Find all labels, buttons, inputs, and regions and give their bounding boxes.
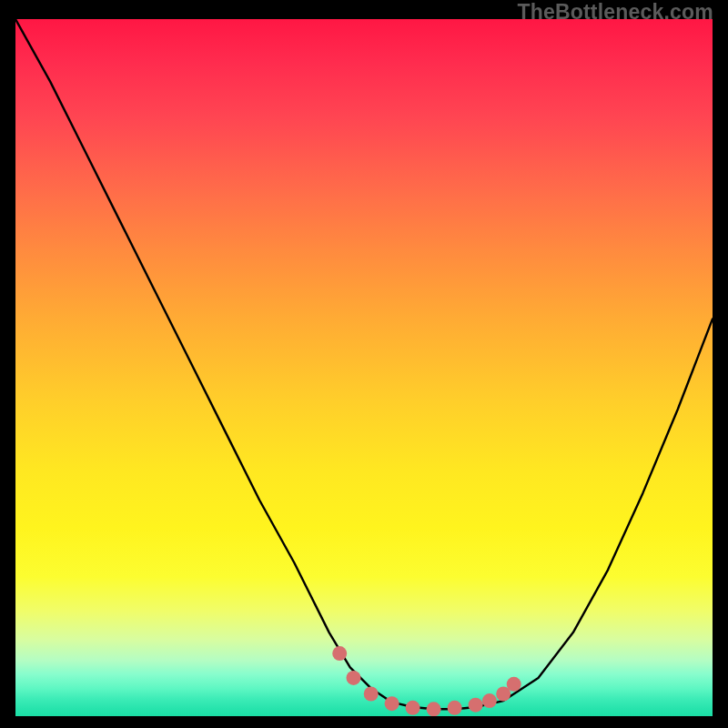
- curve-marker: [385, 696, 399, 711]
- curve-marker: [469, 698, 483, 713]
- curve-layer: [15, 19, 713, 716]
- curve-marker: [364, 687, 379, 702]
- curve-marker: [482, 693, 497, 708]
- curve-marker: [427, 702, 441, 716]
- curve-markers: [332, 646, 521, 716]
- chart-frame: TheBottleneck.com: [0, 0, 728, 728]
- curve-marker: [332, 646, 347, 661]
- curve-marker: [507, 677, 521, 692]
- curve-marker: [406, 701, 420, 715]
- watermark-text: TheBottleneck.com: [517, 0, 713, 25]
- plot-area: [15, 19, 713, 716]
- curve-marker: [347, 671, 361, 685]
- curve-marker: [448, 701, 462, 715]
- bottleneck-curve: [15, 19, 713, 709]
